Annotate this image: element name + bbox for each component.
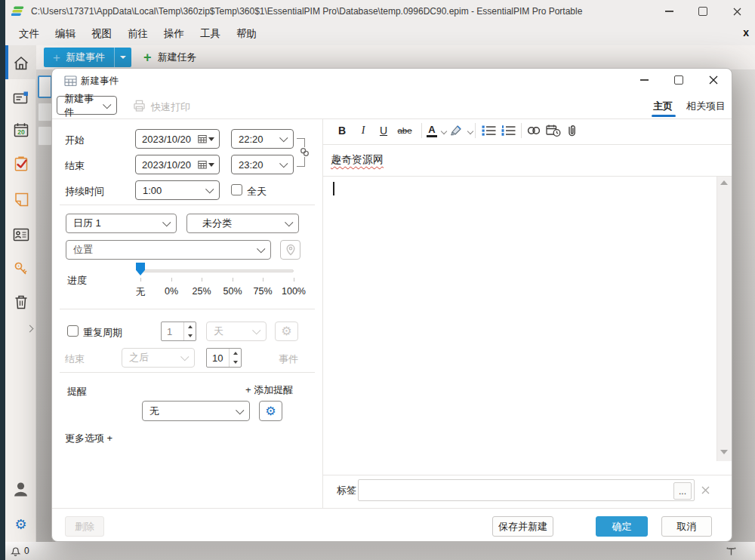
chevron-down-icon[interactable]: [441, 128, 447, 134]
sidebar-item-notes[interactable]: [5, 184, 36, 214]
date-picker-icon[interactable]: [198, 134, 214, 143]
sidebar-item-profile[interactable]: [5, 474, 36, 504]
progress-slider-track[interactable]: [140, 269, 294, 272]
sidebar-item-settings[interactable]: ⚙: [5, 509, 36, 540]
trash-icon: [13, 294, 29, 310]
tags-more-button[interactable]: ...: [673, 482, 692, 500]
end-time-select[interactable]: 23:20: [231, 155, 294, 174]
tags-input[interactable]: [362, 482, 667, 500]
add-reminder-button[interactable]: + 添加提醒: [245, 383, 293, 397]
insert-link-button[interactable]: [525, 122, 543, 140]
cancel-button[interactable]: 取消: [661, 516, 712, 537]
editor-scrollbar[interactable]: [716, 177, 732, 461]
attach-file-button[interactable]: [564, 122, 579, 140]
location-map-button[interactable]: [280, 240, 300, 260]
recurrence-interval-spinner[interactable]: 1: [161, 322, 196, 341]
delete-button[interactable]: 删除: [65, 516, 104, 537]
progress-slider-handle[interactable]: [136, 263, 145, 275]
menu-help[interactable]: 帮助: [233, 26, 260, 42]
bullet-list-button[interactable]: [479, 122, 498, 140]
dialog-close-button[interactable]: [701, 70, 726, 90]
bell-icon[interactable]: [10, 545, 21, 557]
spin-up-button[interactable]: [184, 322, 196, 331]
menu-view[interactable]: 视图: [88, 26, 115, 42]
bold-button[interactable]: B: [333, 122, 351, 140]
recurrence-end-mode-select[interactable]: 之后: [122, 348, 195, 368]
item-type-selector[interactable]: 新建事件: [57, 96, 117, 115]
contacts-icon: [13, 227, 29, 242]
maximize-button[interactable]: [686, 0, 720, 23]
spin-down-button[interactable]: [184, 331, 196, 340]
toolbar-separator: [521, 123, 522, 138]
insert-date-button[interactable]: [544, 122, 562, 140]
underline-button[interactable]: U: [374, 122, 393, 140]
sidebar-collapse-button[interactable]: [5, 318, 36, 338]
tab-related-items[interactable]: 相关项目: [686, 100, 726, 113]
ok-button[interactable]: 确定: [596, 516, 648, 537]
new-event-split-button[interactable]: + 新建事件: [44, 48, 131, 67]
close-icon: [709, 75, 718, 85]
numbered-list-button[interactable]: [499, 122, 517, 140]
event-subject-field[interactable]: 趣奇资源网: [331, 153, 384, 167]
close-button[interactable]: [720, 0, 753, 23]
menu-tools[interactable]: 工具: [197, 26, 223, 42]
location-combobox[interactable]: 位置: [66, 240, 271, 260]
slider-tick: [171, 278, 172, 282]
category-select[interactable]: 未分类: [186, 214, 299, 233]
recurrence-settings-button[interactable]: ⚙: [275, 322, 298, 341]
maximize-icon: [674, 75, 683, 85]
recurrence-checkbox[interactable]: [67, 325, 79, 337]
calendar-select[interactable]: 日历 1: [66, 214, 177, 233]
duration-select[interactable]: 1:00: [135, 180, 220, 200]
font-color-button[interactable]: A: [425, 122, 439, 140]
menu-file[interactable]: 文件: [16, 26, 42, 42]
sidebar-item-mail[interactable]: [5, 83, 36, 113]
tags-clear-icon[interactable]: [701, 486, 710, 494]
recurrence-count-spinner[interactable]: 10: [206, 348, 242, 368]
duration-value: 1:00: [143, 185, 162, 196]
dialog-minimize-button[interactable]: [632, 70, 656, 90]
reminder-settings-button[interactable]: ⚙: [259, 401, 282, 421]
calendar-value: 日历 1: [73, 217, 101, 230]
quick-print-button[interactable]: 快速打印: [151, 100, 190, 114]
sidebar-item-calendar[interactable]: 20: [5, 115, 36, 145]
end-date-input[interactable]: 2023/10/20: [135, 155, 220, 174]
notes-editor-area[interactable]: [323, 177, 716, 475]
new-event-dropdown-button[interactable]: [114, 48, 131, 67]
reminder-select[interactable]: 无: [142, 401, 250, 421]
tab-home[interactable]: 主页: [653, 100, 673, 113]
strikethrough-button[interactable]: abe: [393, 122, 416, 140]
dialog-maximize-button[interactable]: [667, 70, 691, 90]
calendar-entry[interactable]: [38, 126, 52, 146]
more-options-button[interactable]: 更多选项 +: [65, 432, 112, 445]
sidebar-item-passwords[interactable]: [5, 254, 36, 285]
date-picker-icon[interactable]: [198, 160, 214, 169]
sidebar-item-home[interactable]: [5, 45, 36, 79]
category-value: 未分类: [202, 217, 232, 230]
sidebar-item-contacts[interactable]: [5, 220, 36, 250]
minimize-button[interactable]: [652, 0, 686, 23]
save-and-new-button[interactable]: 保存并新建: [492, 516, 553, 537]
sidebar-item-tasks[interactable]: [5, 149, 36, 179]
menu-goto[interactable]: 前往: [125, 26, 151, 42]
menu-actions[interactable]: 操作: [161, 26, 187, 42]
divider: [60, 205, 315, 205]
mail-icon: [13, 91, 29, 106]
chevron-down-icon[interactable]: [467, 128, 473, 134]
scroll-down-arrow[interactable]: [720, 450, 728, 454]
calendar-entry[interactable]: [38, 103, 52, 122]
spin-down-button[interactable]: [230, 358, 241, 367]
start-time-select[interactable]: 22:20: [231, 129, 294, 149]
menu-edit[interactable]: 编辑: [52, 26, 79, 42]
highlight-button[interactable]: [448, 122, 464, 140]
all-day-checkbox[interactable]: [231, 184, 242, 195]
recurrence-unit-select[interactable]: 天: [206, 322, 267, 341]
menubar-close-x[interactable]: x: [743, 26, 749, 38]
scroll-up-arrow[interactable]: [720, 180, 728, 185]
new-task-button[interactable]: + 新建任务: [134, 48, 206, 67]
spin-up-button[interactable]: [230, 349, 241, 358]
calendar-entry-selected[interactable]: [38, 75, 52, 98]
sidebar-item-trash[interactable]: [5, 287, 36, 317]
start-date-input[interactable]: 2023/10/20: [135, 129, 220, 149]
italic-button[interactable]: I: [354, 122, 372, 140]
